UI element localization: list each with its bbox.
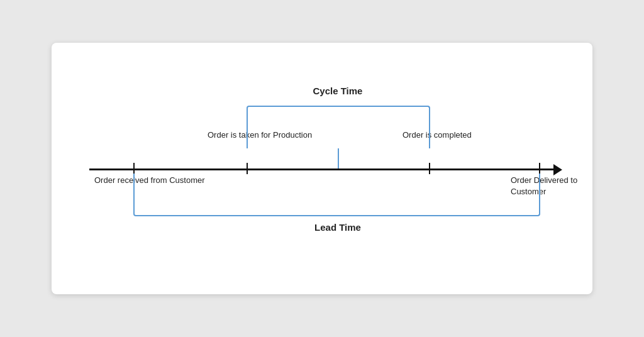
tick-order-received <box>133 163 135 174</box>
tick-order-production <box>247 163 248 174</box>
cycle-time-label: Cycle Time <box>272 86 404 96</box>
lead-time-label: Lead Time <box>265 222 410 233</box>
tick-order-completed <box>429 163 430 174</box>
cycle-time-bracket <box>247 106 430 148</box>
timeline <box>89 168 555 170</box>
diagram-container: Order received from Customer Order is ta… <box>52 43 592 294</box>
cycle-time-bracket-tick <box>338 148 339 168</box>
lead-time-bracket <box>133 174 540 216</box>
tick-order-delivered <box>539 163 540 174</box>
